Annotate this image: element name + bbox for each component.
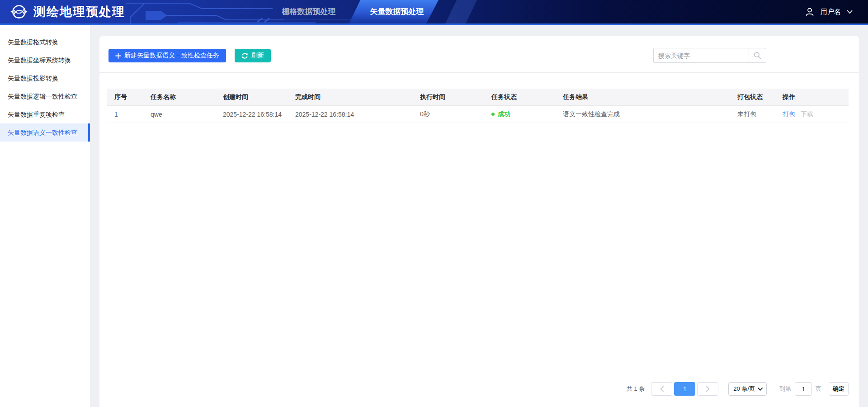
search-button[interactable]	[749, 48, 766, 63]
page-size-label: 20 条/页	[733, 385, 755, 393]
user-menu[interactable]: 用户名	[805, 0, 853, 24]
globe-orbit-logo-icon	[10, 3, 28, 21]
status-success-dot	[491, 113, 495, 116]
download-link[interactable]: 下载	[801, 110, 813, 118]
pagination-prev-button[interactable]	[651, 382, 672, 396]
col-status: 任务状态	[484, 89, 556, 106]
col-result: 任务结果	[556, 89, 730, 106]
cell-task-name: qwe	[143, 106, 216, 123]
col-actions: 操作	[775, 89, 849, 106]
cell-package-state: 未打包	[730, 106, 775, 123]
search-input[interactable]	[653, 48, 749, 63]
sidebar-item-projection-conversion[interactable]: 矢量数据投影转换	[0, 69, 90, 87]
sidebar-nav: 矢量数据格式转换 矢量数据坐标系统转换 矢量数据投影转换 矢量数据逻辑一致性检查…	[0, 25, 90, 407]
sidebar-item-coordinate-system-conversion[interactable]: 矢量数据坐标系统转换	[0, 51, 90, 69]
cell-result: 语义一致性检查完成	[556, 106, 730, 123]
chevron-right-icon	[706, 386, 710, 392]
package-link[interactable]: 打包	[783, 110, 795, 118]
col-duration: 执行时间	[413, 89, 484, 106]
tab-vector-preprocessing[interactable]: 矢量数据预处理	[349, 0, 439, 24]
brand: 测绘地理预处理	[10, 0, 125, 24]
table-header-row: 序号 任务名称 创建时间 完成时间 执行时间 任务状态 任务结果 打包状态 操作	[107, 89, 849, 106]
search-icon	[754, 52, 761, 59]
plus-icon	[115, 53, 121, 59]
cell-finished-time: 2025-12-22 16:58:14	[288, 106, 413, 123]
refresh-icon	[241, 52, 248, 59]
task-table-wrap: 序号 任务名称 创建时间 完成时间 执行时间 任务状态 任务结果 打包状态 操作…	[107, 89, 849, 123]
goto-prefix-label: 到第	[779, 385, 791, 393]
refresh-button[interactable]: 刷新	[235, 49, 271, 62]
sidebar-item-logical-consistency-check[interactable]: 矢量数据逻辑一致性检查	[0, 87, 90, 105]
top-header: 测绘地理预处理 栅格数据预处理 矢量数据预处理 用户名	[0, 0, 868, 25]
toolbar: 新建矢量数据语义一致性检查任务 刷新	[108, 49, 271, 62]
new-task-label: 新建矢量数据语义一致性检查任务	[124, 52, 219, 60]
cell-actions: 打包下载	[775, 106, 849, 123]
page-size-select[interactable]: 20 条/页	[728, 382, 767, 396]
chevron-left-icon	[660, 386, 664, 392]
cell-duration: 0秒	[413, 106, 484, 123]
refresh-label: 刷新	[251, 52, 264, 60]
cell-index: 1	[107, 106, 143, 123]
col-created-time: 创建时间	[216, 89, 288, 106]
user-name: 用户名	[821, 8, 841, 16]
pagination-next-button[interactable]	[697, 382, 718, 396]
pagination: 共 1 条 1 20 条/页 到第 页 确定	[627, 382, 849, 396]
chevron-down-icon	[758, 388, 763, 391]
pagination-total: 共 1 条	[627, 385, 645, 393]
tab-side-stripe	[445, 0, 477, 24]
col-task-name: 任务名称	[143, 89, 216, 106]
tab-raster-preprocessing[interactable]: 栅格数据预处理	[268, 0, 349, 24]
goto-suffix-label: 页	[816, 385, 821, 393]
app-title: 测绘地理预处理	[33, 4, 125, 20]
search-box	[653, 48, 766, 63]
goto-page-input[interactable]	[795, 382, 812, 396]
col-finished-time: 完成时间	[288, 89, 413, 106]
col-index: 序号	[107, 89, 143, 106]
table-row: 1 qwe 2025-12-22 16:58:14 2025-12-22 16:…	[107, 106, 849, 123]
chevron-down-icon	[847, 10, 853, 14]
sidebar-item-format-conversion[interactable]: 矢量数据格式转换	[0, 33, 90, 51]
sidebar-item-duplicate-check[interactable]: 矢量数据重复项检查	[0, 105, 90, 123]
status-badge: 成功	[498, 110, 510, 118]
person-icon	[805, 7, 815, 17]
new-task-button[interactable]: 新建矢量数据语义一致性检查任务	[108, 49, 226, 62]
task-table: 序号 任务名称 创建时间 完成时间 执行时间 任务状态 任务结果 打包状态 操作…	[107, 89, 849, 123]
sidebar-item-semantic-consistency-check[interactable]: 矢量数据语义一致性检查	[0, 123, 90, 142]
col-package-state: 打包状态	[730, 89, 775, 106]
pagination-page-1[interactable]: 1	[674, 382, 695, 396]
toolbar-divider	[99, 72, 859, 73]
main-panel: 新建矢量数据语义一致性检查任务 刷新	[99, 36, 859, 407]
cell-status: 成功	[484, 106, 556, 123]
confirm-button[interactable]: 确定	[829, 382, 849, 396]
cell-created-time: 2025-12-22 16:58:14	[216, 106, 288, 123]
